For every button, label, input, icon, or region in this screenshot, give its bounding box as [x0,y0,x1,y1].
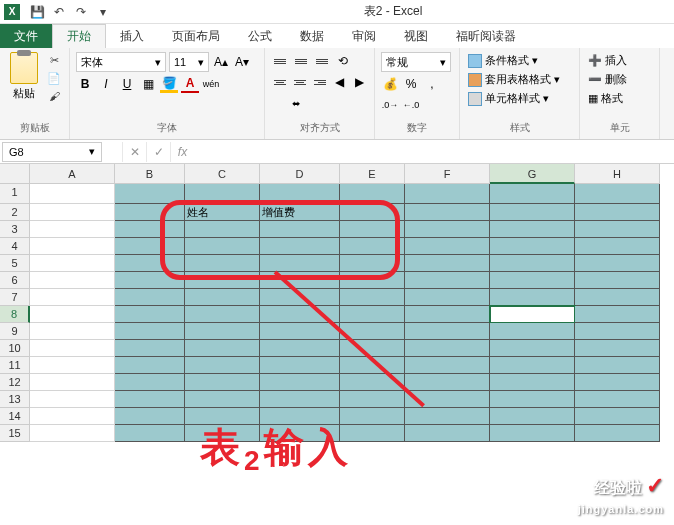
cell-G8[interactable] [490,306,575,323]
cell-B12[interactable] [115,374,185,391]
cell-D4[interactable] [260,238,340,255]
tab-formula[interactable]: 公式 [234,24,286,48]
cell-F6[interactable] [405,272,490,289]
cell-E3[interactable] [340,221,405,238]
cell-B2[interactable] [115,204,185,221]
select-all-corner[interactable] [0,164,30,184]
cell-F11[interactable] [405,357,490,374]
undo-button[interactable]: ↶ [50,3,68,21]
cell-F13[interactable] [405,391,490,408]
cancel-formula-button[interactable]: ✕ [122,142,146,162]
increase-indent-button[interactable]: ▶ [351,73,368,91]
cell-D7[interactable] [260,289,340,306]
cell-H4[interactable] [575,238,660,255]
cell-C12[interactable] [185,374,260,391]
cell-C4[interactable] [185,238,260,255]
comma-button[interactable]: , [423,75,441,93]
cell-H10[interactable] [575,340,660,357]
cell-F14[interactable] [405,408,490,425]
cell-B10[interactable] [115,340,185,357]
format-painter-button[interactable]: 🖌 [45,88,63,104]
cell-A14[interactable] [30,408,115,425]
row-header-2[interactable]: 2 [0,204,30,221]
cell-G9[interactable] [490,323,575,340]
copy-button[interactable]: 📄 [45,70,63,86]
cell-G12[interactable] [490,374,575,391]
cell-A3[interactable] [30,221,115,238]
cell-B4[interactable] [115,238,185,255]
decrease-decimal-button[interactable]: ←.0 [402,96,420,114]
cell-B14[interactable] [115,408,185,425]
cell-H14[interactable] [575,408,660,425]
qat-more-button[interactable]: ▾ [94,3,112,21]
font-size-select[interactable]: 11▾ [169,52,209,72]
cell-F7[interactable] [405,289,490,306]
row-header-13[interactable]: 13 [0,391,30,408]
row-header-7[interactable]: 7 [0,289,30,306]
cell-G4[interactable] [490,238,575,255]
tab-layout[interactable]: 页面布局 [158,24,234,48]
number-format-select[interactable]: 常规▾ [381,52,451,72]
percent-button[interactable]: % [402,75,420,93]
cell-A12[interactable] [30,374,115,391]
merge-button[interactable]: ⬌ [271,94,321,112]
cell-B7[interactable] [115,289,185,306]
cell-B11[interactable] [115,357,185,374]
cell-A9[interactable] [30,323,115,340]
format-cell-button[interactable]: ▦ 格式 [586,90,653,107]
cell-H12[interactable] [575,374,660,391]
row-header-9[interactable]: 9 [0,323,30,340]
increase-decimal-button[interactable]: .0→ [381,96,399,114]
cell-G6[interactable] [490,272,575,289]
align-bottom-button[interactable] [313,53,331,69]
cell-E8[interactable] [340,306,405,323]
cell-A7[interactable] [30,289,115,306]
cell-E1[interactable] [340,184,405,204]
align-middle-button[interactable] [292,53,310,69]
cell-A8[interactable] [30,306,115,323]
cell-A10[interactable] [30,340,115,357]
cell-F2[interactable] [405,204,490,221]
cell-D12[interactable] [260,374,340,391]
enter-formula-button[interactable]: ✓ [146,142,170,162]
cell-B3[interactable] [115,221,185,238]
cell-D3[interactable] [260,221,340,238]
row-header-5[interactable]: 5 [0,255,30,272]
fx-button[interactable]: fx [170,142,194,162]
cell-F9[interactable] [405,323,490,340]
cell-F1[interactable] [405,184,490,204]
cell-C6[interactable] [185,272,260,289]
cell-H9[interactable] [575,323,660,340]
cell-D13[interactable] [260,391,340,408]
fill-color-button[interactable]: 🪣 [160,75,178,93]
formula-input[interactable] [194,142,674,162]
cell-G14[interactable] [490,408,575,425]
cell-B1[interactable] [115,184,185,204]
cell-F10[interactable] [405,340,490,357]
cell-B8[interactable] [115,306,185,323]
cell-B13[interactable] [115,391,185,408]
font-name-select[interactable]: 宋体▾ [76,52,166,72]
tab-file[interactable]: 文件 [0,24,52,48]
cell-E14[interactable] [340,408,405,425]
cell-G11[interactable] [490,357,575,374]
cell-B9[interactable] [115,323,185,340]
table-style-button[interactable]: 套用表格格式 ▾ [466,71,573,88]
cell-E11[interactable] [340,357,405,374]
cell-C5[interactable] [185,255,260,272]
tab-home[interactable]: 开始 [52,24,106,48]
cell-H1[interactable] [575,184,660,204]
cell-D6[interactable] [260,272,340,289]
cell-B5[interactable] [115,255,185,272]
cell-A11[interactable] [30,357,115,374]
decrease-font-button[interactable]: A▾ [233,53,251,71]
cell-H6[interactable] [575,272,660,289]
row-header-1[interactable]: 1 [0,184,30,204]
row-header-3[interactable]: 3 [0,221,30,238]
underline-button[interactable]: U [118,75,136,93]
increase-font-button[interactable]: A▴ [212,53,230,71]
cell-F5[interactable] [405,255,490,272]
cell-B6[interactable] [115,272,185,289]
cell-D1[interactable] [260,184,340,204]
row-header-14[interactable]: 14 [0,408,30,425]
